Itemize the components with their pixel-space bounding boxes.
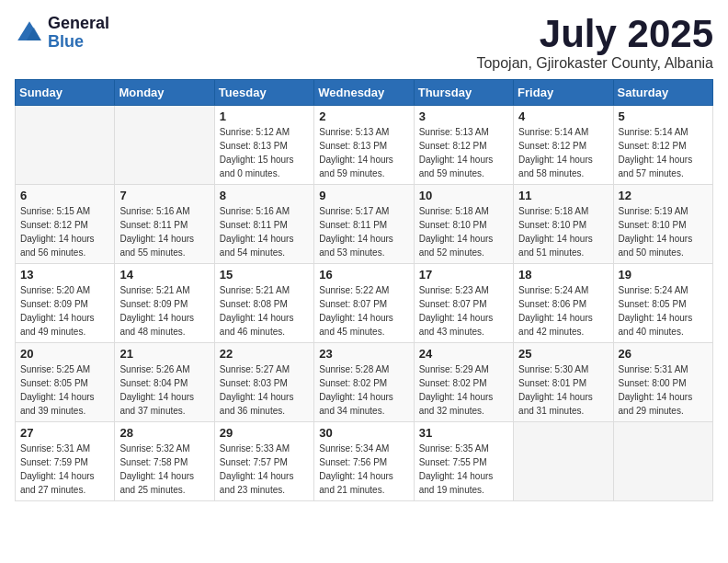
day-number: 10 — [419, 189, 508, 202]
calendar-header-wednesday: Wednesday — [314, 80, 414, 106]
calendar-header-tuesday: Tuesday — [214, 80, 313, 106]
logo-general-text: General — [48, 15, 109, 33]
calendar-cell: 22 Sunrise: 5:27 AMSunset: 8:03 PMDaylig… — [214, 343, 313, 422]
day-info: Sunrise: 5:31 AMSunset: 8:00 PMDaylight:… — [619, 362, 708, 418]
day-info: Sunrise: 5:28 AMSunset: 8:02 PMDaylight:… — [319, 362, 408, 418]
day-info: Sunrise: 5:30 AMSunset: 8:01 PMDaylight:… — [518, 362, 608, 418]
day-info: Sunrise: 5:29 AMSunset: 8:02 PMDaylight:… — [419, 362, 508, 418]
calendar-week-row: 6 Sunrise: 5:15 AMSunset: 8:12 PMDayligh… — [16, 185, 713, 264]
day-info: Sunrise: 5:32 AMSunset: 7:58 PMDaylight:… — [119, 442, 209, 497]
calendar-week-row: 13 Sunrise: 5:20 AMSunset: 8:09 PMDaylig… — [16, 264, 713, 343]
calendar-cell: 3 Sunrise: 5:13 AMSunset: 8:12 PMDayligh… — [414, 106, 513, 185]
day-number: 25 — [518, 347, 608, 361]
day-number: 6 — [20, 189, 109, 202]
day-info: Sunrise: 5:16 AMSunset: 8:11 PMDaylight:… — [119, 204, 209, 259]
calendar-table: SundayMondayTuesdayWednesdayThursdayFrid… — [15, 79, 713, 501]
day-info: Sunrise: 5:14 AMSunset: 8:12 PMDaylight:… — [518, 125, 608, 180]
title-section: July 2025 Topojan, Gjirokaster County, A… — [476, 15, 713, 72]
calendar-cell: 14 Sunrise: 5:21 AMSunset: 8:09 PMDaylig… — [115, 264, 214, 343]
calendar-cell: 23 Sunrise: 5:28 AMSunset: 8:02 PMDaylig… — [314, 343, 414, 422]
day-number: 5 — [619, 109, 708, 123]
day-number: 12 — [619, 189, 708, 202]
calendar-cell — [514, 422, 613, 501]
calendar-cell: 7 Sunrise: 5:16 AMSunset: 8:11 PMDayligh… — [115, 185, 214, 264]
calendar-cell — [16, 106, 115, 185]
day-info: Sunrise: 5:13 AMSunset: 8:12 PMDaylight:… — [419, 125, 508, 180]
calendar-cell: 18 Sunrise: 5:24 AMSunset: 8:06 PMDaylig… — [514, 264, 613, 343]
day-info: Sunrise: 5:33 AMSunset: 7:57 PMDaylight:… — [220, 442, 309, 497]
calendar-cell: 19 Sunrise: 5:24 AMSunset: 8:05 PMDaylig… — [613, 264, 712, 343]
calendar-cell: 5 Sunrise: 5:14 AMSunset: 8:12 PMDayligh… — [613, 106, 712, 185]
day-info: Sunrise: 5:24 AMSunset: 8:06 PMDaylight:… — [518, 283, 608, 339]
calendar-cell — [115, 106, 214, 185]
calendar-week-row: 20 Sunrise: 5:25 AMSunset: 8:05 PMDaylig… — [16, 343, 713, 422]
day-number: 20 — [20, 347, 109, 361]
month-year-title: July 2025 — [476, 15, 713, 53]
day-info: Sunrise: 5:25 AMSunset: 8:05 PMDaylight:… — [20, 362, 109, 418]
day-number: 19 — [619, 268, 708, 282]
day-info: Sunrise: 5:12 AMSunset: 8:13 PMDaylight:… — [220, 125, 309, 180]
day-number: 24 — [419, 347, 508, 361]
calendar-cell: 9 Sunrise: 5:17 AMSunset: 8:11 PMDayligh… — [314, 185, 414, 264]
day-number: 9 — [319, 189, 408, 202]
logo-text: General Blue — [48, 15, 109, 52]
day-info: Sunrise: 5:14 AMSunset: 8:12 PMDaylight:… — [619, 125, 708, 180]
day-info: Sunrise: 5:21 AMSunset: 8:09 PMDaylight:… — [119, 283, 209, 339]
location-subtitle: Topojan, Gjirokaster County, Albania — [476, 55, 713, 72]
logo: General Blue — [15, 15, 109, 52]
day-number: 30 — [319, 426, 408, 440]
calendar-cell: 26 Sunrise: 5:31 AMSunset: 8:00 PMDaylig… — [613, 343, 712, 422]
day-number: 11 — [518, 189, 608, 202]
day-number: 31 — [419, 426, 508, 440]
day-info: Sunrise: 5:31 AMSunset: 7:59 PMDaylight:… — [20, 442, 109, 497]
calendar-cell: 30 Sunrise: 5:34 AMSunset: 7:56 PMDaylig… — [314, 422, 414, 501]
day-number: 1 — [220, 109, 309, 123]
calendar-header-monday: Monday — [115, 80, 214, 106]
calendar-cell: 15 Sunrise: 5:21 AMSunset: 8:08 PMDaylig… — [214, 264, 313, 343]
calendar-cell: 17 Sunrise: 5:23 AMSunset: 8:07 PMDaylig… — [414, 264, 513, 343]
calendar-week-row: 27 Sunrise: 5:31 AMSunset: 7:59 PMDaylig… — [16, 422, 713, 501]
calendar-cell: 6 Sunrise: 5:15 AMSunset: 8:12 PMDayligh… — [16, 185, 115, 264]
calendar-cell: 11 Sunrise: 5:18 AMSunset: 8:10 PMDaylig… — [514, 185, 613, 264]
day-info: Sunrise: 5:18 AMSunset: 8:10 PMDaylight:… — [419, 204, 508, 259]
calendar-header-friday: Friday — [514, 80, 613, 106]
calendar-cell: 28 Sunrise: 5:32 AMSunset: 7:58 PMDaylig… — [115, 422, 214, 501]
calendar-cell: 29 Sunrise: 5:33 AMSunset: 7:57 PMDaylig… — [214, 422, 313, 501]
day-info: Sunrise: 5:15 AMSunset: 8:12 PMDaylight:… — [20, 204, 109, 259]
calendar-cell: 2 Sunrise: 5:13 AMSunset: 8:13 PMDayligh… — [314, 106, 414, 185]
day-number: 8 — [220, 189, 309, 202]
day-info: Sunrise: 5:26 AMSunset: 8:04 PMDaylight:… — [119, 362, 209, 418]
calendar-cell: 4 Sunrise: 5:14 AMSunset: 8:12 PMDayligh… — [514, 106, 613, 185]
day-number: 23 — [319, 347, 408, 361]
calendar-cell: 12 Sunrise: 5:19 AMSunset: 8:10 PMDaylig… — [613, 185, 712, 264]
day-number: 18 — [518, 268, 608, 282]
day-number: 15 — [220, 268, 309, 282]
day-number: 2 — [319, 109, 408, 123]
day-number: 16 — [319, 268, 408, 282]
day-number: 4 — [518, 109, 608, 123]
day-info: Sunrise: 5:17 AMSunset: 8:11 PMDaylight:… — [319, 204, 408, 259]
day-number: 14 — [119, 268, 209, 282]
calendar-cell: 21 Sunrise: 5:26 AMSunset: 8:04 PMDaylig… — [115, 343, 214, 422]
day-number: 22 — [220, 347, 309, 361]
calendar-cell: 10 Sunrise: 5:18 AMSunset: 8:10 PMDaylig… — [414, 185, 513, 264]
logo-blue-text: Blue — [48, 33, 109, 52]
calendar-header-row: SundayMondayTuesdayWednesdayThursdayFrid… — [16, 80, 713, 106]
calendar-cell: 13 Sunrise: 5:20 AMSunset: 8:09 PMDaylig… — [16, 264, 115, 343]
day-info: Sunrise: 5:34 AMSunset: 7:56 PMDaylight:… — [319, 442, 408, 497]
day-number: 17 — [419, 268, 508, 282]
calendar-cell: 27 Sunrise: 5:31 AMSunset: 7:59 PMDaylig… — [16, 422, 115, 501]
calendar-cell: 31 Sunrise: 5:35 AMSunset: 7:55 PMDaylig… — [414, 422, 513, 501]
calendar-header-sunday: Sunday — [16, 80, 115, 106]
page-header: General Blue July 2025 Topojan, Gjirokas… — [15, 15, 713, 72]
calendar-cell: 25 Sunrise: 5:30 AMSunset: 8:01 PMDaylig… — [514, 343, 613, 422]
day-info: Sunrise: 5:27 AMSunset: 8:03 PMDaylight:… — [220, 362, 309, 418]
day-number: 3 — [419, 109, 508, 123]
day-number: 21 — [119, 347, 209, 361]
day-number: 29 — [220, 426, 309, 440]
day-number: 27 — [20, 426, 109, 440]
calendar-cell: 24 Sunrise: 5:29 AMSunset: 8:02 PMDaylig… — [414, 343, 513, 422]
day-number: 13 — [20, 268, 109, 282]
day-info: Sunrise: 5:23 AMSunset: 8:07 PMDaylight:… — [419, 283, 508, 339]
calendar-cell: 8 Sunrise: 5:16 AMSunset: 8:11 PMDayligh… — [214, 185, 313, 264]
